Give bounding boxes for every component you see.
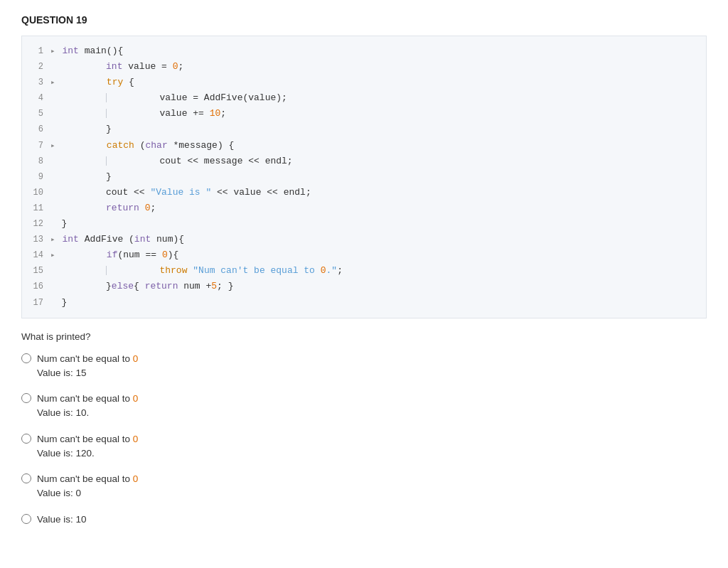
line-number: 4 bbox=[22, 91, 43, 105]
line-number: 5 bbox=[22, 107, 43, 121]
code-line-12: 12 } bbox=[22, 216, 706, 232]
line-number: 8 bbox=[22, 154, 43, 168]
code-line-13: 13▸ int AddFive (int num){ bbox=[22, 232, 706, 247]
code-line-11: 11 return 0; bbox=[22, 200, 706, 216]
code-content: value += 10; bbox=[62, 106, 226, 122]
code-content: } bbox=[62, 216, 68, 232]
line-number: 17 bbox=[22, 296, 43, 310]
code-line-7: 7▸ catch (char *message) { bbox=[22, 138, 706, 154]
code-content: value = AddFive(value); bbox=[62, 90, 287, 106]
code-line-5: 5 value += 10; bbox=[22, 106, 706, 122]
option-b-text: Num can't be equal to 0 Value is: 10. bbox=[37, 392, 138, 421]
line-number: 13 bbox=[22, 232, 43, 247]
code-content: catch (char *message) { bbox=[62, 138, 234, 154]
line-number: 1 bbox=[22, 44, 43, 58]
code-line-1: 1▸ int main(){ bbox=[22, 43, 706, 59]
line-number: 10 bbox=[22, 186, 43, 200]
code-content: throw "Num can't be equal to 0."; bbox=[62, 263, 343, 279]
code-line-4: 4 value = AddFive(value); bbox=[22, 90, 706, 106]
code-content: } bbox=[62, 295, 68, 311]
code-content: int value = 0; bbox=[62, 59, 184, 75]
option-c: Num can't be equal to 0 Value is: 120. bbox=[21, 432, 707, 461]
code-content: int main(){ bbox=[62, 43, 123, 59]
code-block: 1▸ int main(){ 2 int value = 0; 3▸ try {… bbox=[21, 36, 707, 318]
line-number: 14 bbox=[22, 248, 43, 262]
code-line-10: 10 cout << "Value is " << value << endl; bbox=[22, 185, 706, 200]
code-content: try { bbox=[62, 75, 134, 90]
option-d-radio[interactable] bbox=[21, 473, 31, 483]
option-e-radio[interactable] bbox=[21, 514, 31, 524]
line-number: 15 bbox=[22, 264, 43, 278]
option-c-text: Num can't be equal to 0 Value is: 120. bbox=[37, 432, 138, 461]
option-b: Num can't be equal to 0 Value is: 10. bbox=[21, 392, 707, 421]
code-line-15: 15 throw "Num can't be equal to 0."; bbox=[22, 263, 706, 279]
line-number: 16 bbox=[22, 279, 43, 294]
question-title: QUESTION 19 bbox=[21, 14, 707, 26]
code-line-3: 3▸ try { bbox=[22, 75, 706, 90]
code-line-16: 16 }else{ return num +5; } bbox=[22, 279, 706, 294]
code-line-14: 14▸ if(num == 0){ bbox=[22, 247, 706, 263]
code-line-9: 9 } bbox=[22, 169, 706, 185]
option-c-radio[interactable] bbox=[21, 434, 31, 444]
line-number: 7 bbox=[22, 139, 43, 153]
line-number: 9 bbox=[22, 170, 43, 184]
code-content: } bbox=[62, 169, 112, 185]
code-content: int AddFive (int num){ bbox=[62, 232, 184, 247]
code-content: } bbox=[62, 122, 112, 137]
option-a: Num can't be equal to 0 Value is: 15 bbox=[21, 352, 707, 381]
line-number: 11 bbox=[22, 201, 43, 215]
option-e: Value is: 10 bbox=[21, 513, 707, 527]
code-line-2: 2 int value = 0; bbox=[22, 59, 706, 75]
option-a-text: Num can't be equal to 0 Value is: 15 bbox=[37, 352, 138, 381]
code-content: if(num == 0){ bbox=[62, 247, 178, 263]
question-container: QUESTION 19 1▸ int main(){ 2 int value =… bbox=[21, 14, 707, 527]
code-content: }else{ return num +5; } bbox=[62, 279, 234, 294]
option-e-text: Value is: 10 bbox=[37, 513, 87, 527]
option-d: Num can't be equal to 0 Value is: 0 bbox=[21, 472, 707, 501]
line-number: 12 bbox=[22, 217, 43, 231]
line-number: 3 bbox=[22, 75, 43, 90]
option-d-text: Num can't be equal to 0 Value is: 0 bbox=[37, 472, 138, 501]
code-line-6: 6 } bbox=[22, 122, 706, 137]
code-content: return 0; bbox=[62, 200, 156, 216]
question-prompt: What is printed? bbox=[21, 331, 707, 342]
code-content: cout << message << endl; bbox=[62, 154, 293, 169]
line-number: 6 bbox=[22, 122, 43, 136]
code-line-17: 17 } bbox=[22, 295, 706, 311]
option-a-radio[interactable] bbox=[21, 353, 31, 363]
options-list: Num can't be equal to 0 Value is: 15 Num… bbox=[21, 352, 707, 527]
option-b-radio[interactable] bbox=[21, 393, 31, 403]
code-line-8: 8 cout << message << endl; bbox=[22, 154, 706, 169]
code-content: cout << "Value is " << value << endl; bbox=[62, 185, 311, 200]
line-number: 2 bbox=[22, 60, 43, 74]
